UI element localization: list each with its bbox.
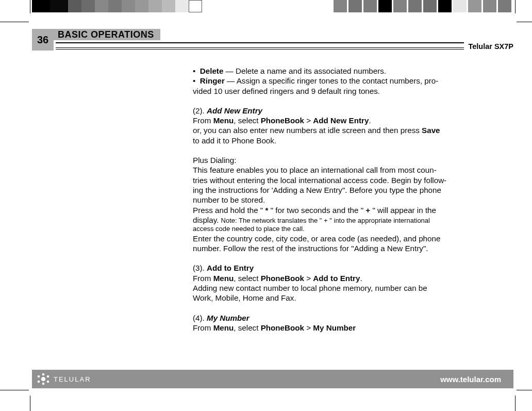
subsection-heading: (3). Add to Entry (193, 263, 498, 273)
text: Enter the country code, city code, or ar… (193, 234, 498, 243)
crop-mark (517, 22, 532, 22)
header-rule-thin (56, 49, 513, 50)
svg-point-4 (47, 375, 49, 378)
text: From Menu, select PhoneBook > Add to Ent… (193, 273, 498, 283)
text: Work, Mobile, Home and Fax. (193, 293, 498, 303)
brand-text: TELULAR (54, 375, 91, 383)
swatch-group-left (32, 0, 202, 12)
term-ringer: Ringer (200, 76, 225, 85)
product-name: Telular SX7P (464, 42, 513, 51)
crop-mark (515, 0, 516, 13)
svg-point-0 (41, 377, 45, 381)
svg-point-6 (47, 381, 49, 383)
text: display. Note: The network translates th… (193, 215, 498, 225)
text: — Assign a specific ringer tones to the … (225, 76, 438, 85)
section-title: BASIC OPERATIONS (54, 29, 160, 40)
text: — Delete a name and its associated numbe… (223, 67, 386, 75)
text: Press and hold the " * " for two seconds… (193, 205, 498, 215)
bullet-item: • Delete — Delete a name and its associa… (193, 66, 498, 76)
text: vided 10 user defined ringers and 9 defa… (193, 86, 498, 96)
header-rule-thick (56, 42, 513, 43)
text: number to be stored. (193, 195, 498, 205)
svg-point-5 (38, 381, 40, 383)
header-rule-thin (56, 47, 513, 48)
text: tries without entering the local interna… (193, 175, 498, 185)
text: to add it to Phone Book. (193, 136, 498, 145)
crop-mark (0, 22, 29, 22)
svg-point-2 (42, 383, 45, 385)
crop-mark (515, 396, 516, 411)
telular-logo: TELULAR (36, 373, 91, 385)
text: ing the instructions for 'Adding a New E… (193, 185, 498, 195)
crop-mark (30, 0, 30, 13)
svg-point-1 (42, 373, 45, 376)
page-footer: TELULAR www.telular.com (32, 370, 513, 388)
subsection-heading: (2). Add New Entry (193, 106, 498, 116)
color-swatch-bar (0, 0, 532, 15)
text: Adding new contact number to local phone… (193, 283, 498, 293)
text: From Menu, select PhoneBook > Add New En… (193, 116, 498, 125)
text: From Menu, select PhoneBook > My Number (193, 323, 498, 333)
page-frame: 36 BASIC OPERATIONS Telular SX7P • Delet… (32, 24, 513, 388)
swatch-group-right (332, 0, 511, 12)
page-number: 36 (32, 29, 54, 51)
text: or, you can also enter new numbers at id… (193, 125, 498, 135)
footer-url: www.telular.com (440, 375, 501, 384)
logo-icon (36, 373, 51, 385)
crop-mark (30, 396, 30, 411)
bullet-item: • Ringer — Assign a specific ringer tone… (193, 76, 498, 86)
note-text: Note: The network translates the " + " i… (221, 217, 430, 224)
svg-point-3 (38, 375, 40, 378)
page-header: 36 BASIC OPERATIONS Telular SX7P (32, 24, 513, 51)
crop-mark (517, 390, 532, 390)
text: Plus Dialing: (193, 155, 498, 165)
note-text: access code needed to place the call. (193, 225, 498, 234)
text: number. Follow the rest of the instructi… (193, 243, 498, 253)
crop-mark (0, 390, 29, 390)
body-text: • Delete — Delete a name and its associa… (193, 66, 498, 333)
subsection-heading: (4). My Number (193, 313, 498, 323)
term-delete: Delete (200, 67, 224, 75)
text: This feature enables you to place an int… (193, 165, 498, 175)
